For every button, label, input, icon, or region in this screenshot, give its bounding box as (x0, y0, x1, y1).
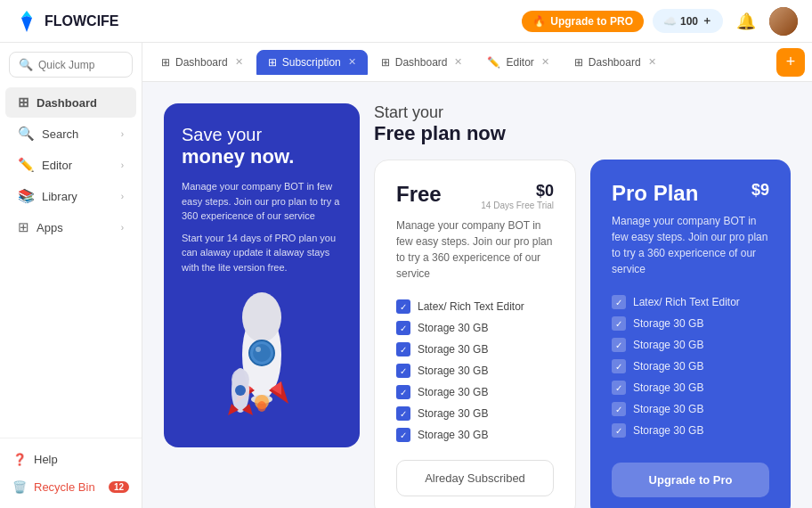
bell-icon[interactable]: 🔔 (732, 7, 760, 36)
free-plan-desc: Manage your company BOT in few easy step… (396, 217, 554, 282)
coins-value: 100 (680, 15, 698, 28)
recycle-icon: 🗑️ (12, 480, 27, 494)
tab-dashboard-3[interactable]: ⊞ Dashboard ✕ (563, 50, 668, 75)
check-icon-4: ✓ (396, 385, 410, 399)
upgrade-btn[interactable]: 🔥 Upgrade to PRO (522, 11, 644, 32)
sidebar-label-library: Library (42, 190, 77, 203)
pro-check-icon-0: ✓ (612, 295, 626, 309)
pro-plan-header: Pro Plan $9 (612, 181, 769, 206)
free-plan-button[interactable]: Alreday Subscribed (396, 460, 554, 496)
banner-desc1: Manage your company BOT in few easy step… (182, 179, 342, 224)
search-box[interactable]: 🔍 (9, 52, 133, 78)
sidebar-label-recycle: Recycle Bin (34, 480, 95, 494)
plus-icon: ＋ (702, 13, 712, 29)
pro-feature-1-label: Storage 30 GB (633, 317, 703, 330)
pro-plan-button[interactable]: Upgrade to Pro (612, 463, 769, 497)
pro-check-icon-1: ✓ (612, 316, 626, 331)
apps-arrow-icon: › (121, 223, 124, 233)
banner-title-line1: Save your (182, 125, 342, 145)
free-feature-3-label: Storage 30 GB (418, 365, 488, 377)
pro-feature-5-label: Storage 30 GB (633, 403, 703, 415)
sidebar-item-search[interactable]: 🔍 Search › (5, 119, 136, 149)
logo-text: FLOWCIFE (45, 13, 119, 29)
pro-feature-1: ✓ Storage 30 GB (612, 313, 769, 334)
upgrade-label: Upgrade to PRO (550, 15, 633, 28)
free-feature-5: ✓ Storage 30 GB (396, 403, 554, 424)
free-plan-trial: 14 Days Free Trial (481, 201, 554, 210)
svg-point-13 (257, 401, 266, 412)
svg-point-16 (235, 385, 246, 396)
page-content: Save your money now. Manage your company… (142, 82, 812, 508)
tab-dashboard-2-label: Dashboard (395, 56, 448, 69)
free-feature-6: ✓ Storage 30 GB (396, 424, 554, 446)
free-feature-3: ✓ Storage 30 GB (396, 360, 554, 381)
tab-subscription[interactable]: ⊞ Subscription ✕ (256, 50, 368, 75)
library-arrow-icon: › (121, 192, 124, 201)
check-icon-0: ✓ (396, 299, 410, 314)
library-icon: 📚 (18, 188, 35, 204)
tab-add-button[interactable]: + (776, 48, 805, 77)
editor-arrow-icon: › (121, 160, 124, 170)
free-feature-6-label: Storage 30 GB (418, 429, 488, 441)
start-heading-line1: Start your (374, 103, 791, 122)
sidebar-item-editor[interactable]: ✏️ Editor › (5, 150, 136, 180)
tab-dashboard-3-close[interactable]: ✕ (648, 56, 656, 68)
sidebar-item-apps[interactable]: ⊞ Apps › (5, 212, 136, 242)
plans-container: Free $0 14 Days Free Trial Manage your c… (374, 160, 791, 508)
dashboard-icon: ⊞ (18, 94, 29, 111)
tab-dashboard-2[interactable]: ⊞ Dashboard ✕ (369, 50, 475, 75)
free-feature-2: ✓ Storage 30 GB (396, 339, 554, 360)
free-plan-price-block: $0 14 Days Free Trial (481, 182, 554, 210)
topbar: FLOWCIFE 🔥 Upgrade to PRO ☁️ 100 ＋ 🔔 (0, 0, 812, 43)
tab-dashboard-1[interactable]: ⊞ Dashboard ✕ (150, 50, 255, 75)
fire-icon: 🔥 (532, 15, 546, 28)
tab-dashboard-1-close[interactable]: ✕ (235, 56, 243, 68)
free-plan-card: Free $0 14 Days Free Trial Manage your c… (374, 160, 576, 508)
tab-dashboard-3-icon: ⊞ (574, 56, 583, 69)
search-icon: 🔍 (19, 58, 33, 71)
tab-editor[interactable]: ✏️ Editor ✕ (475, 50, 560, 75)
avatar-image (769, 7, 798, 36)
avatar[interactable] (769, 7, 798, 36)
sidebar-item-dashboard[interactable]: ⊞ Dashboard (5, 87, 136, 118)
sidebar-item-help[interactable]: ❓ Help (0, 446, 142, 473)
plans-section: Start your Free plan now Free $0 14 Days… (374, 103, 791, 508)
topbar-right: 🔥 Upgrade to PRO ☁️ 100 ＋ 🔔 (522, 7, 798, 36)
pro-plan-price: $9 (751, 181, 769, 200)
svg-point-3 (242, 292, 281, 342)
pro-plan-features: ✓ Latex/ Rich Text Editor ✓ Storage 30 G… (612, 291, 769, 448)
check-icon-2: ✓ (396, 342, 410, 356)
tab-subscription-icon: ⊞ (268, 56, 277, 69)
banner-title: Save your money now. (182, 125, 342, 168)
pro-check-icon-2: ✓ (612, 338, 626, 352)
rocket-container (182, 283, 342, 426)
sidebar-label-editor: Editor (42, 159, 72, 172)
tab-editor-icon: ✏️ (487, 56, 500, 69)
sidebar-item-library[interactable]: 📚 Library › (5, 181, 136, 211)
pro-check-icon-3: ✓ (612, 359, 626, 373)
search-input[interactable] (38, 59, 123, 71)
pro-feature-0-label: Latex/ Rich Text Editor (633, 296, 740, 308)
pro-feature-6: ✓ Storage 30 GB (612, 420, 769, 441)
search-sidebar-icon: 🔍 (18, 126, 35, 142)
sidebar-item-recycle[interactable]: 🗑️ Recycle Bin 12 (0, 473, 142, 501)
tab-subscription-label: Subscription (282, 56, 341, 69)
main-layout: 🔍 ⊞ Dashboard 🔍 Search › ✏️ Editor › 📚 L… (0, 43, 812, 508)
tab-editor-close[interactable]: ✕ (541, 56, 549, 68)
tab-dashboard-1-label: Dashboard (175, 56, 228, 69)
pro-plan-card: Pro Plan $9 Manage your company BOT in f… (590, 160, 791, 508)
coins-btn[interactable]: ☁️ 100 ＋ (653, 9, 723, 33)
tab-dashboard-2-close[interactable]: ✕ (454, 56, 462, 68)
start-heading: Start your Free plan now (374, 103, 791, 145)
coin-icon: ☁️ (663, 15, 677, 28)
tab-subscription-close[interactable]: ✕ (348, 56, 356, 68)
free-feature-1: ✓ Storage 30 GB (396, 317, 554, 339)
pro-feature-4: ✓ Storage 30 GB (612, 377, 769, 398)
free-plan-header: Free $0 14 Days Free Trial (396, 182, 554, 210)
svg-point-6 (256, 347, 261, 352)
rocket-illustration (208, 283, 315, 426)
pro-feature-0: ✓ Latex/ Rich Text Editor (612, 291, 769, 313)
free-plan-features: ✓ Latex/ Rich Text Editor ✓ Storage 30 G… (396, 296, 554, 446)
search-arrow-icon: › (121, 129, 124, 139)
svg-marker-1 (21, 16, 32, 32)
